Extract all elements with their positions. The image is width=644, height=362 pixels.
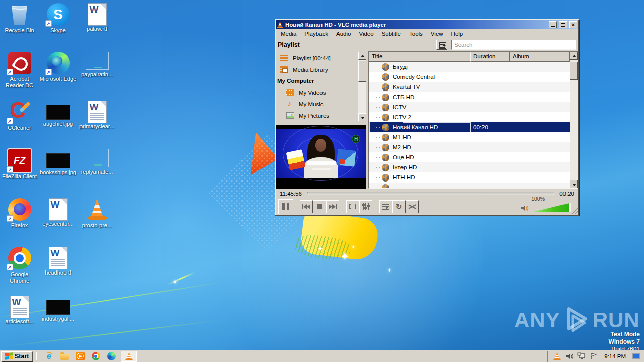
- desktop-icon[interactable]: ↗ paypalratin...: [78, 51, 116, 100]
- desktop-icon[interactable]: ↗ eyescentur...: [39, 197, 77, 246]
- playlist-row[interactable]: M2 HD: [369, 142, 570, 152]
- desktop-icon[interactable]: ↗ articlesoft...: [1, 295, 39, 343]
- playlist-row[interactable]: Новий Канал HD 00:20: [369, 122, 570, 132]
- fullscreen-button[interactable]: [346, 200, 359, 213]
- scroll-down-button[interactable]: [570, 180, 578, 188]
- desktop-icon[interactable]: ↗ Google Chrome: [1, 246, 39, 295]
- quicklaunch-handle[interactable]: [36, 352, 38, 360]
- menu-item[interactable]: Audio: [332, 30, 355, 38]
- scroll-down-button[interactable]: [358, 113, 366, 121]
- sidebar-item[interactable]: My Videos: [276, 86, 366, 98]
- column-header-title[interactable]: Title: [369, 52, 470, 62]
- taskbar-clock[interactable]: 9:14 PM: [601, 353, 629, 359]
- scroll-up-button[interactable]: [358, 52, 366, 60]
- desktop-icon[interactable]: ↗ industrygall...: [39, 295, 77, 343]
- sidebar-item[interactable]: Media Library: [276, 64, 366, 75]
- video-person-blouse: [304, 157, 338, 178]
- taskbar-chrome[interactable]: [90, 351, 102, 362]
- maximize-button[interactable]: [559, 21, 567, 28]
- sidebar-scrollbar[interactable]: [358, 52, 366, 121]
- scrollbar-thumb[interactable]: [570, 62, 578, 80]
- vlc-titlebar[interactable]: Новий Канал HD - VLC media player ×: [276, 20, 578, 29]
- menu-item[interactable]: Subtitle: [378, 30, 405, 38]
- playlist-row[interactable]: M1 HD: [369, 132, 570, 142]
- desktop-icon[interactable]: ↗ augchief.jpg: [39, 100, 77, 148]
- menu-item[interactable]: Media: [277, 30, 300, 38]
- wallpaper-green-streak: [167, 272, 195, 285]
- scrollbar-thumb[interactable]: [358, 61, 366, 82]
- playlist-toggle-button[interactable]: [379, 200, 392, 213]
- desktop-icon[interactable]: ↗ booksships.jpg: [39, 148, 77, 197]
- menu-item[interactable]: Tools: [405, 30, 427, 38]
- desktop-icon[interactable]: ↗ FileZilla Client: [1, 148, 39, 197]
- menu-item[interactable]: View: [427, 30, 447, 38]
- minimize-button[interactable]: [549, 21, 557, 28]
- shuffle-button[interactable]: [406, 200, 419, 213]
- desktop: ✦ ✦ ✦ ✦ ✦ ↗ Recycle Bin ↗ Skype ↗: [0, 0, 644, 362]
- next-button[interactable]: [326, 200, 339, 213]
- playlist-row[interactable]: Kvartal TV: [369, 82, 570, 92]
- taskbar: Start e: [0, 350, 644, 362]
- seek-slider[interactable]: [307, 192, 554, 195]
- previous-button[interactable]: [300, 200, 313, 213]
- sidebar-item[interactable]: My Pictures: [276, 110, 366, 121]
- tray-display-icon[interactable]: [632, 353, 640, 359]
- taskbar-media-player[interactable]: [74, 351, 86, 362]
- desktop-icon[interactable]: ↗ primaryclear...: [78, 100, 116, 148]
- taskbar-explorer-folder[interactable]: [58, 351, 70, 362]
- playlist-row[interactable]: Comedy Central: [369, 72, 570, 82]
- loop-button[interactable]: ↻: [392, 200, 406, 213]
- close-button[interactable]: ×: [569, 21, 577, 28]
- taskbar-internet-explorer[interactable]: e: [43, 351, 55, 362]
- desktop-icon[interactable]: ↗ Acrobat Reader DC: [1, 51, 39, 100]
- video-preview[interactable]: H: [276, 125, 366, 189]
- tray-volume-icon[interactable]: [565, 352, 574, 360]
- desktop-icon-label: Firefox: [1, 222, 39, 229]
- desktop-icon[interactable]: ↗: [78, 246, 116, 295]
- desktop-icon[interactable]: ↗ Recycle Bin: [1, 2, 39, 51]
- menu-item[interactable]: Help: [447, 30, 467, 38]
- playlist-row[interactable]: НТН HD: [369, 172, 570, 183]
- search-input[interactable]: [451, 40, 576, 50]
- tray-action-center-flag-icon[interactable]: [589, 352, 598, 360]
- playlist-row[interactable]: ICTV: [369, 102, 570, 112]
- scrollbar-track[interactable]: [358, 60, 366, 113]
- volume-slider[interactable]: [532, 203, 571, 212]
- desktop-icon[interactable]: ↗ CCleaner: [1, 100, 39, 148]
- sidebar-item[interactable]: Playlist [00:44]: [276, 52, 366, 64]
- tray-network-icon[interactable]: [577, 352, 586, 360]
- menu-item[interactable]: Video: [355, 30, 377, 38]
- playlist-row[interactable]: [369, 183, 570, 188]
- playlist-row[interactable]: Бігуді: [369, 62, 570, 72]
- menu-item[interactable]: Playback: [300, 30, 332, 38]
- extended-settings-button[interactable]: [359, 200, 372, 213]
- playlist-scrollbar[interactable]: [570, 52, 578, 188]
- desktop-icon[interactable]: ↗ prosto-pre...: [78, 197, 116, 246]
- column-header-album[interactable]: Album: [510, 52, 570, 62]
- desktop-icon[interactable]: ↗ Firefox: [1, 197, 39, 246]
- scrollbar-track[interactable]: [570, 60, 578, 180]
- pause-button[interactable]: [278, 199, 293, 214]
- sidebar-item[interactable]: My Music: [276, 98, 366, 110]
- stop-button[interactable]: [313, 200, 326, 213]
- desktop-icon[interactable]: ↗ Skype: [39, 2, 77, 51]
- desktop-icon[interactable]: ↗ Microsoft Edge: [39, 51, 77, 100]
- window-title: Новий Канал HD - VLC media player: [285, 22, 547, 28]
- desktop-icon[interactable]: ↗ replyamate...: [78, 148, 116, 197]
- resize-grip[interactable]: [571, 208, 578, 214]
- scroll-up-button[interactable]: [570, 52, 578, 60]
- wallpaper-sparkle: ✦: [351, 244, 355, 250]
- view-mode-button[interactable]: [436, 40, 447, 50]
- column-header-duration[interactable]: Duration: [470, 52, 510, 62]
- tray-vlc-icon[interactable]: [553, 352, 561, 360]
- start-button[interactable]: Start: [1, 351, 33, 361]
- taskbar-vlc-active[interactable]: [121, 351, 137, 362]
- playlist-row[interactable]: Оце HD: [369, 152, 570, 162]
- playlist-row[interactable]: Інтер HD: [369, 162, 570, 172]
- desktop-icon[interactable]: ↗ headhot.rtf: [39, 246, 77, 295]
- sidebar-item-label: My Pictures: [299, 113, 329, 119]
- playlist-row[interactable]: СТБ HD: [369, 92, 570, 102]
- desktop-icon[interactable]: ↗ palaw.rtf: [78, 2, 116, 51]
- taskbar-edge[interactable]: [105, 351, 117, 362]
- playlist-row[interactable]: ICTV 2: [369, 112, 570, 122]
